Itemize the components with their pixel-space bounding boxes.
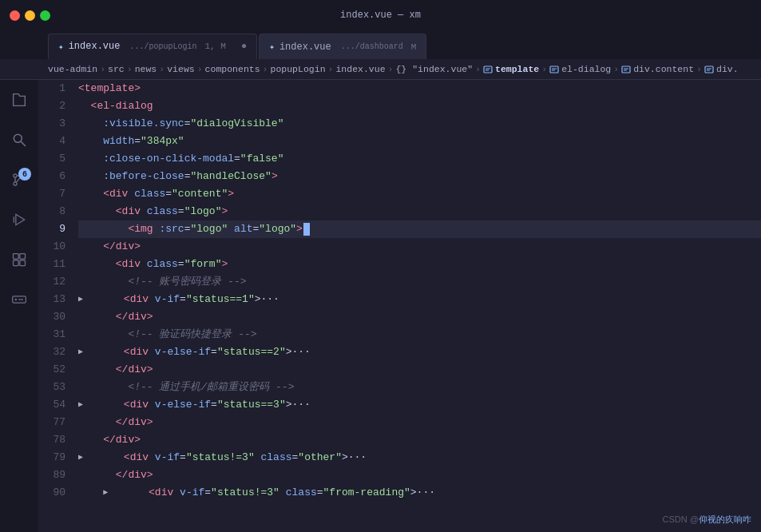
file-explorer-icon[interactable] (6, 86, 33, 113)
code-view: 1 2 3 4 5 6 7 8 9 10 11 12 13 30 31 32 5… (38, 80, 761, 532)
code-line: ▶ <div v-if="status!=3" class="other">··… (78, 449, 761, 466)
tabs-bar: ✦ index.vue .../popupLogin 1, M ● ✦ inde… (0, 30, 761, 59)
code-line: </div> (78, 414, 761, 431)
code-line: width="384px" (78, 133, 761, 150)
code-line: </div> (78, 361, 761, 379)
source-control-icon[interactable]: 6 (6, 166, 33, 193)
main-area: 6 1 2 3 4 5 6 7 8 9 10 11 (0, 80, 761, 532)
tab-path: .../popupLogin (125, 42, 196, 51)
svg-point-23 (15, 299, 18, 301)
maximize-button[interactable] (40, 10, 50, 21)
collapse-arrow-icon[interactable]: ▶ (78, 449, 83, 466)
code-line: <!-- 验证码快捷登录 --> (78, 326, 761, 343)
svg-rect-20 (14, 260, 19, 266)
svg-rect-21 (20, 260, 26, 266)
code-line: </div> (78, 466, 761, 484)
code-line: :before-close="handleClose"> (78, 168, 761, 185)
tab-modified-2: M (411, 42, 417, 52)
close-button[interactable] (10, 10, 20, 21)
svg-rect-6 (622, 66, 630, 73)
editor-area[interactable]: 1 2 3 4 5 6 7 8 9 10 11 12 13 30 31 32 5… (38, 80, 761, 532)
svg-rect-9 (705, 66, 713, 73)
collapse-arrow-icon[interactable]: ▶ (78, 291, 83, 308)
tab-close-icon[interactable]: ● (241, 41, 247, 52)
code-line: <!-- 账号密码登录 --> (78, 273, 761, 291)
tab-dashboard[interactable]: ✦ index.vue .../dashboard M (259, 34, 426, 59)
collapse-arrow-icon[interactable]: ▶ (78, 343, 83, 361)
tab-label: index.vue (69, 41, 121, 52)
code-line: :close-on-click-modal="false" (78, 150, 761, 168)
window-title: index.vue — xm (340, 10, 421, 21)
collapse-arrow-icon[interactable]: ▶ (103, 484, 108, 502)
code-content: <template> <el-dialog :visible.sync="dia… (72, 80, 761, 532)
svg-rect-19 (20, 254, 26, 260)
code-line: </div> (78, 238, 761, 256)
line-numbers: 1 2 3 4 5 6 7 8 9 10 11 12 13 30 31 32 5… (38, 80, 72, 532)
code-line: <div class="logo"> (78, 203, 761, 220)
vue-icon: ✦ (58, 42, 64, 52)
code-line: </div> (78, 431, 761, 449)
remote-icon[interactable] (6, 286, 33, 313)
svg-line-13 (22, 142, 26, 146)
tab-path-2: .../dashboard (336, 42, 403, 51)
run-debug-icon[interactable] (6, 206, 33, 233)
code-line: ▶ <div v-else-if="status==3">··· (78, 396, 761, 414)
breadcrumb: vue-admin › src › news › views › compone… (0, 59, 761, 80)
code-line: <div class="form"> (78, 256, 761, 273)
collapse-arrow-icon[interactable]: ▶ (78, 396, 83, 414)
minimize-button[interactable] (25, 10, 35, 21)
code-line: ▶ <div v-if="status==1">··· (78, 291, 761, 308)
svg-point-12 (14, 134, 22, 142)
code-line: <div class="content"> (78, 185, 761, 203)
activity-bar: 6 (0, 80, 38, 532)
code-line: </div> (78, 308, 761, 326)
code-line: :visible.sync="dialogVisible" (78, 115, 761, 133)
code-line: ▶ <div v-if="status!=3" class="from-read… (78, 484, 761, 502)
code-line: ▶ <div v-else-if="status==2">··· (78, 343, 761, 361)
svg-rect-3 (550, 66, 558, 73)
text-cursor (303, 223, 310, 236)
code-line: <!-- 通过手机/邮箱重设密码 --> (78, 379, 761, 396)
vue-icon-2: ✦ (269, 42, 275, 52)
title-bar: index.vue — xm (0, 0, 761, 30)
source-control-badge: 6 (18, 168, 31, 181)
tab-popuplogin[interactable]: ✦ index.vue .../popupLogin 1, M ● (48, 34, 257, 59)
code-line: <el-dialog (78, 97, 761, 115)
watermark: CSDN @仰视的疚响咋 (663, 514, 751, 526)
search-icon[interactable] (6, 126, 33, 153)
svg-point-15 (14, 174, 17, 177)
svg-point-14 (14, 182, 17, 185)
tab-label-2: index.vue (279, 42, 331, 53)
extensions-icon[interactable] (6, 246, 33, 273)
tab-modified: 1, M (204, 42, 225, 51)
code-line: <template> (78, 80, 761, 97)
svg-marker-17 (16, 214, 25, 224)
code-line-active: <img :src="logo" alt="logo"> (78, 220, 761, 238)
svg-rect-18 (14, 254, 19, 260)
svg-rect-0 (484, 66, 492, 73)
traffic-lights (0, 10, 50, 21)
